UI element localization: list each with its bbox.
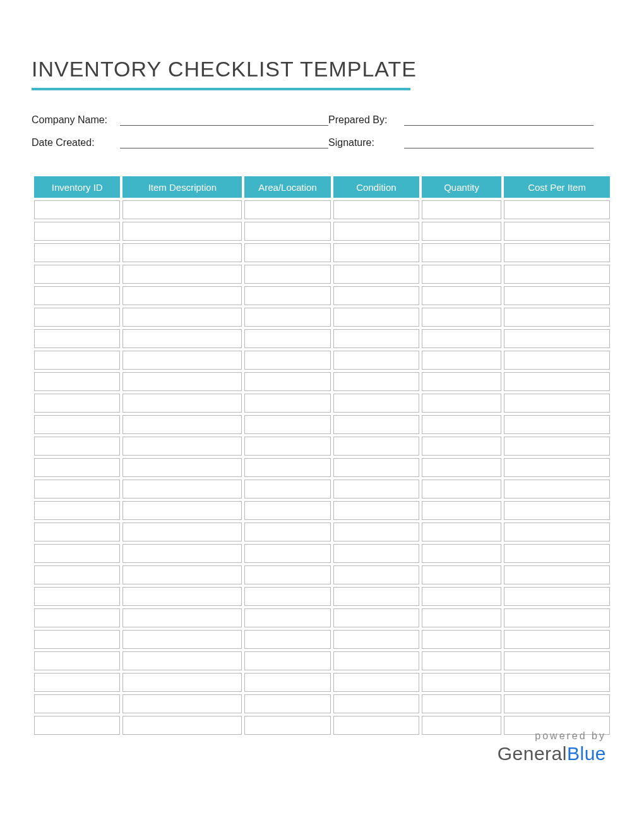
table-cell[interactable] [333, 501, 419, 520]
table-cell[interactable] [244, 308, 330, 327]
table-cell[interactable] [244, 458, 330, 477]
table-cell[interactable] [244, 587, 330, 606]
table-cell[interactable] [244, 222, 330, 241]
table-cell[interactable] [422, 394, 501, 413]
table-cell[interactable] [244, 544, 330, 563]
table-cell[interactable] [504, 480, 610, 499]
table-cell[interactable] [122, 222, 242, 241]
table-cell[interactable] [34, 286, 120, 305]
table-cell[interactable] [504, 351, 610, 370]
table-cell[interactable] [504, 415, 610, 434]
table-cell[interactable] [34, 351, 120, 370]
table-cell[interactable] [244, 630, 330, 649]
table-cell[interactable] [333, 329, 419, 348]
table-cell[interactable] [422, 200, 501, 219]
table-cell[interactable] [34, 651, 120, 670]
table-cell[interactable] [34, 608, 120, 627]
table-cell[interactable] [122, 630, 242, 649]
table-cell[interactable] [244, 694, 330, 713]
table-cell[interactable] [333, 651, 419, 670]
table-cell[interactable] [422, 523, 501, 541]
table-cell[interactable] [122, 716, 242, 735]
table-cell[interactable] [122, 651, 242, 670]
table-cell[interactable] [422, 372, 501, 391]
table-cell[interactable] [122, 694, 242, 713]
table-cell[interactable] [122, 458, 242, 477]
table-cell[interactable] [244, 415, 330, 434]
table-cell[interactable] [34, 243, 120, 262]
table-cell[interactable] [422, 673, 501, 692]
table-cell[interactable] [333, 222, 419, 241]
table-cell[interactable] [122, 415, 242, 434]
table-cell[interactable] [504, 394, 610, 413]
table-cell[interactable] [422, 329, 501, 348]
table-cell[interactable] [122, 372, 242, 391]
table-cell[interactable] [34, 630, 120, 649]
table-cell[interactable] [244, 608, 330, 627]
table-cell[interactable] [333, 608, 419, 627]
table-cell[interactable] [422, 243, 501, 262]
table-cell[interactable] [122, 394, 242, 413]
table-cell[interactable] [244, 394, 330, 413]
table-cell[interactable] [422, 630, 501, 649]
table-cell[interactable] [422, 544, 501, 563]
table-cell[interactable] [333, 200, 419, 219]
table-cell[interactable] [34, 694, 120, 713]
table-cell[interactable] [504, 673, 610, 692]
table-cell[interactable] [333, 437, 419, 456]
table-cell[interactable] [122, 501, 242, 520]
table-cell[interactable] [504, 565, 610, 584]
table-cell[interactable] [504, 630, 610, 649]
table-cell[interactable] [333, 394, 419, 413]
table-cell[interactable] [34, 394, 120, 413]
table-cell[interactable] [422, 222, 501, 241]
table-cell[interactable] [34, 458, 120, 477]
table-cell[interactable] [244, 565, 330, 584]
table-cell[interactable] [422, 308, 501, 327]
table-cell[interactable] [333, 351, 419, 370]
table-cell[interactable] [333, 694, 419, 713]
table-cell[interactable] [333, 265, 419, 284]
table-cell[interactable] [122, 329, 242, 348]
table-cell[interactable] [122, 587, 242, 606]
table-cell[interactable] [244, 200, 330, 219]
table-cell[interactable] [122, 265, 242, 284]
table-cell[interactable] [333, 480, 419, 499]
table-cell[interactable] [422, 480, 501, 499]
table-cell[interactable] [422, 651, 501, 670]
table-cell[interactable] [504, 458, 610, 477]
table-cell[interactable] [122, 544, 242, 563]
table-cell[interactable] [504, 308, 610, 327]
table-cell[interactable] [504, 437, 610, 456]
table-cell[interactable] [122, 480, 242, 499]
date-created-field[interactable] [120, 148, 328, 148]
table-cell[interactable] [333, 415, 419, 434]
table-cell[interactable] [333, 243, 419, 262]
table-cell[interactable] [34, 308, 120, 327]
table-cell[interactable] [34, 523, 120, 541]
table-cell[interactable] [244, 372, 330, 391]
table-cell[interactable] [422, 587, 501, 606]
table-cell[interactable] [504, 243, 610, 262]
table-cell[interactable] [244, 651, 330, 670]
table-cell[interactable] [333, 544, 419, 563]
table-cell[interactable] [244, 329, 330, 348]
table-cell[interactable] [34, 372, 120, 391]
table-cell[interactable] [422, 716, 501, 735]
table-cell[interactable] [333, 308, 419, 327]
signature-field[interactable] [404, 148, 593, 148]
table-cell[interactable] [122, 608, 242, 627]
table-cell[interactable] [422, 437, 501, 456]
table-cell[interactable] [504, 523, 610, 541]
table-cell[interactable] [34, 587, 120, 606]
table-cell[interactable] [122, 243, 242, 262]
table-cell[interactable] [504, 200, 610, 219]
table-cell[interactable] [422, 608, 501, 627]
table-cell[interactable] [34, 716, 120, 735]
table-cell[interactable] [244, 523, 330, 541]
table-cell[interactable] [122, 523, 242, 541]
table-cell[interactable] [34, 673, 120, 692]
table-cell[interactable] [422, 286, 501, 305]
table-cell[interactable] [504, 694, 610, 713]
table-cell[interactable] [244, 716, 330, 735]
